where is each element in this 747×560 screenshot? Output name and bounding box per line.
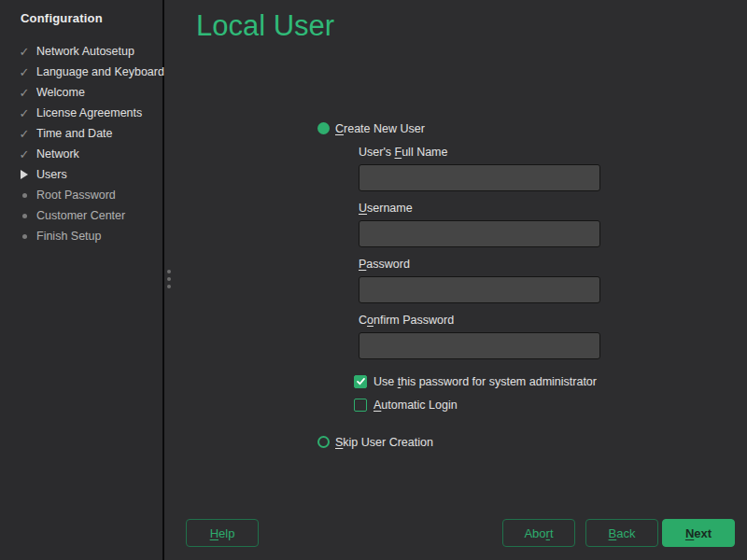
next-button[interactable]: Next xyxy=(662,519,735,547)
splitter-handle-icon[interactable] xyxy=(167,270,171,292)
username-input[interactable] xyxy=(359,220,600,247)
sidebar-title: Configuration xyxy=(21,11,103,25)
sidebar-item-time-and-date: ✓Time and Date xyxy=(0,123,164,144)
sidebar-item-users: Users xyxy=(0,164,164,185)
checkmark-icon: ✓ xyxy=(17,126,32,141)
sidebar-item-label: Root Password xyxy=(36,189,116,202)
current-step-arrow-icon xyxy=(17,167,32,182)
confirm-password-label: Confirm Password xyxy=(359,314,454,327)
abort-button[interactable]: Abort xyxy=(502,519,575,547)
help-button[interactable]: Help xyxy=(186,519,259,547)
pending-step-bullet-icon xyxy=(17,229,32,244)
sidebar-item-network: ✓Network xyxy=(0,144,164,164)
sidebar-item-root-password: Root Password xyxy=(0,185,164,205)
sidebar-item-label: Time and Date xyxy=(36,127,113,140)
checkmark-icon: ✓ xyxy=(17,44,32,59)
create-new-user-radio[interactable]: Create New User xyxy=(317,121,425,135)
sidebar-item-license-agreements: ✓License Agreements xyxy=(0,103,164,123)
sidebar-item-welcome: ✓Welcome xyxy=(0,82,164,103)
sidebar-item-finish-setup: Finish Setup xyxy=(0,226,164,246)
page-title: Local User xyxy=(196,9,334,43)
checkmark-icon: ✓ xyxy=(17,105,32,120)
checkmark-icon: ✓ xyxy=(17,147,32,161)
checkmark-icon: ✓ xyxy=(17,85,32,100)
checkbox-checked-icon xyxy=(354,375,367,388)
password-input[interactable] xyxy=(359,276,600,303)
sidebar-item-label: Customer Center xyxy=(36,209,125,222)
sidebar-item-customer-center: Customer Center xyxy=(0,205,164,226)
system-admin-password-label: Use this password for system administrat… xyxy=(374,375,597,388)
radio-unselected-icon xyxy=(317,436,330,448)
create-new-user-label: Create New User xyxy=(335,122,425,135)
system-admin-password-checkbox[interactable]: Use this password for system administrat… xyxy=(354,374,597,388)
automatic-login-checkbox[interactable]: Automatic Login xyxy=(354,398,458,412)
sidebar-item-label: Welcome xyxy=(36,86,85,99)
installer-window: Configuration ✓Network Autosetup✓Languag… xyxy=(0,0,747,560)
sidebar-item-label: Network xyxy=(36,147,79,161)
checkmark-icon: ✓ xyxy=(17,64,32,79)
pending-step-bullet-icon xyxy=(17,188,32,203)
pending-step-bullet-icon xyxy=(17,208,32,223)
username-label: Username xyxy=(359,202,413,215)
automatic-login-label: Automatic Login xyxy=(374,399,458,412)
users-full-name-input[interactable] xyxy=(359,164,600,191)
checkbox-unchecked-icon xyxy=(354,399,367,412)
sidebar-item-label: Finish Setup xyxy=(36,230,101,243)
skip-user-creation-radio[interactable]: Skip User Creation xyxy=(317,435,433,449)
users-full-name-label: User's Full Name xyxy=(359,146,447,159)
sidebar-steps: ✓Network Autosetup✓Language and Keyboard… xyxy=(0,41,164,246)
confirm-password-input[interactable] xyxy=(359,332,600,359)
sidebar-item-network-autosetup: ✓Network Autosetup xyxy=(0,41,164,62)
checkmark-icon xyxy=(356,376,366,386)
radio-selected-icon xyxy=(317,122,330,134)
sidebar-item-language-and-keyboard: ✓Language and Keyboard xyxy=(0,62,164,82)
sidebar-item-label: Users xyxy=(36,168,67,181)
sidebar-item-label: Language and Keyboard xyxy=(36,65,164,78)
sidebar: Configuration ✓Network Autosetup✓Languag… xyxy=(0,0,164,560)
sidebar-item-label: License Agreements xyxy=(36,106,142,119)
skip-user-creation-label: Skip User Creation xyxy=(335,436,433,449)
sidebar-item-label: Network Autosetup xyxy=(36,45,134,58)
back-button[interactable]: Back xyxy=(585,519,658,547)
password-label: Password xyxy=(359,258,410,271)
